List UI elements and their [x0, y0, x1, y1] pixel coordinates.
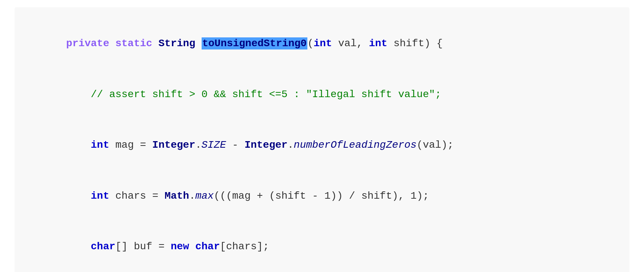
- type-string: String: [158, 38, 202, 49]
- code-block: private static String toUnsignedString0(…: [15, 7, 629, 272]
- code-line-1: private static String toUnsignedString0(…: [29, 18, 615, 69]
- dot-1: .: [195, 139, 202, 151]
- keyword-char: char: [91, 241, 115, 252]
- code-line-4: int chars = Math.max(((mag + (shift - 1)…: [29, 171, 615, 222]
- keyword-int-4: int: [91, 190, 109, 202]
- integer-class-1: Integer: [152, 139, 195, 151]
- keyword-private: private: [66, 38, 115, 49]
- keyword-char-2: char: [195, 241, 220, 252]
- chars-assign: chars =: [109, 190, 164, 202]
- char-array-alloc: [189, 241, 195, 252]
- param-shift: shift) {: [387, 38, 443, 49]
- val-param: (val);: [417, 139, 454, 151]
- numberOfLeadingZeros-method: numberOfLeadingZeros: [294, 139, 417, 151]
- bracket-chars: [chars];: [220, 241, 269, 252]
- method-toUnsignedString0: toUnsignedString0: [202, 37, 308, 49]
- buf-array: [] buf =: [115, 241, 171, 252]
- max-method: max: [195, 190, 214, 202]
- keyword-int-1: int: [314, 38, 332, 49]
- code-line-2: // assert shift > 0 && shift <=5 : "Ille…: [29, 69, 615, 120]
- param-val: val,: [332, 38, 369, 49]
- mag-assign: mag =: [109, 139, 152, 151]
- indent-3: [66, 139, 91, 151]
- comment-assert: // assert shift > 0 && shift <=5 : "Ille…: [66, 89, 441, 100]
- math-class: Math: [165, 190, 189, 202]
- code-line-3: int mag = Integer.SIZE - Integer.numberO…: [29, 120, 615, 171]
- dot-3: .: [189, 190, 195, 202]
- max-args: (((mag + (shift - 1)) / shift), 1);: [214, 190, 429, 202]
- integer-class-2: Integer: [244, 139, 288, 151]
- page-container: private static String toUnsignedString0(…: [0, 0, 644, 272]
- code-line-5: char[] buf = new char[chars];: [29, 221, 615, 272]
- paren-open: (: [307, 38, 314, 49]
- keyword-static: static: [115, 38, 158, 49]
- keyword-int-2: int: [369, 38, 387, 49]
- minus: -: [226, 139, 244, 151]
- size-field: SIZE: [202, 139, 226, 151]
- indent-5: [66, 241, 91, 252]
- keyword-int-3: int: [91, 139, 109, 151]
- keyword-new-1: new: [171, 241, 189, 252]
- dot-2: .: [288, 139, 294, 151]
- indent-4: [66, 190, 91, 202]
